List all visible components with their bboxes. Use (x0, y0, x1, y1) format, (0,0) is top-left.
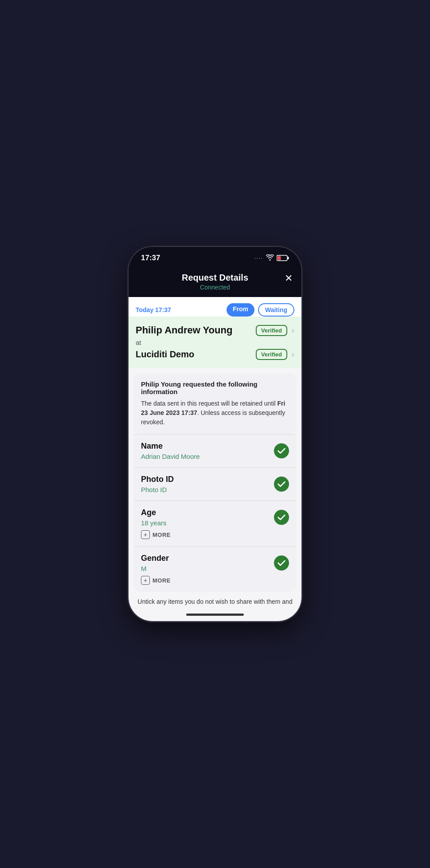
age-more-row[interactable]: + MORE (141, 530, 270, 539)
status-icons: ···· (254, 254, 289, 262)
content-area[interactable]: Today 17:37 From Waiting Philip Andrew Y… (129, 297, 301, 608)
data-item-age: Age 18 years + MORE (134, 500, 296, 546)
person-name: Philip Andrew Young (136, 325, 232, 336)
gender-value: M (141, 565, 270, 572)
org-name-row[interactable]: Luciditi Demo Verified › (136, 347, 294, 362)
org-chevron-icon: › (292, 350, 294, 359)
data-item-name: Name Adrian David Moore (134, 434, 296, 467)
data-items-container: Name Adrian David Moore Photo ID Photo I… (129, 434, 301, 592)
date-label: Today 17:37 (136, 306, 171, 313)
person-card: Philip Andrew Young Verified › at Lucidi… (129, 317, 301, 368)
connected-status: Connected (137, 284, 293, 291)
photo-label: Photo ID (141, 475, 270, 484)
photo-value: Photo ID (141, 486, 270, 493)
home-indicator (129, 608, 301, 621)
photo-check-icon[interactable] (274, 477, 289, 492)
org-name: Luciditi Demo (136, 349, 194, 360)
age-more-icon[interactable]: + (141, 530, 150, 539)
wifi-icon (266, 254, 274, 262)
signal-icon: ···· (254, 255, 263, 261)
name-label: Name (141, 442, 270, 451)
gender-more-row[interactable]: + MORE (141, 576, 270, 585)
gender-more-label: MORE (152, 577, 171, 584)
battery-icon (277, 255, 289, 261)
phone-frame: 17:37 ···· Request Details (129, 247, 301, 621)
info-card-body: The data sent in this request will be re… (141, 399, 289, 427)
gender-label: Gender (141, 554, 270, 563)
person-at-label: at (136, 338, 294, 347)
age-value: 18 years (141, 519, 270, 527)
gender-more-icon[interactable]: + (141, 576, 150, 585)
person-name-row[interactable]: Philip Andrew Young Verified › (136, 323, 294, 338)
data-item-photo-left: Photo ID Photo ID (141, 475, 270, 493)
untick-text: Untick any items you do not wish to shar… (136, 597, 294, 608)
person-verified-badge: Verified (256, 325, 287, 336)
age-label: Age (141, 508, 270, 517)
data-item-photo: Photo ID Photo ID (134, 467, 296, 500)
age-more-label: MORE (152, 532, 171, 538)
person-chevron-icon: › (292, 326, 294, 335)
data-item-name-left: Name Adrian David Moore (141, 442, 270, 460)
top-row: Today 17:37 From Waiting (129, 297, 301, 317)
svg-rect-1 (288, 257, 289, 259)
badge-group: From Waiting (227, 303, 294, 317)
close-button[interactable]: ✕ (285, 273, 293, 284)
app-header: Request Details ✕ Connected (129, 269, 301, 297)
svg-rect-2 (278, 256, 281, 260)
person-verified-row: Verified › (256, 325, 294, 336)
app-title: Request Details (182, 273, 248, 282)
gender-check-icon[interactable] (274, 555, 289, 571)
status-time: 17:37 (141, 254, 160, 262)
info-card-title: Philip Young requested the following inf… (141, 380, 289, 395)
waiting-badge: Waiting (258, 303, 294, 317)
from-badge: From (227, 303, 254, 317)
info-card: Philip Young requested the following inf… (134, 373, 296, 434)
age-check-icon[interactable] (274, 510, 289, 525)
name-check-icon[interactable] (274, 443, 289, 458)
info-body-pre: The data sent in this request will be re… (141, 400, 277, 407)
data-item-age-left: Age 18 years + MORE (141, 508, 270, 539)
notch (186, 247, 244, 261)
data-item-gender-left: Gender M + MORE (141, 554, 270, 585)
org-verified-badge: Verified (256, 349, 287, 360)
name-value: Adrian David Moore (141, 453, 270, 460)
data-item-gender: Gender M + MORE (134, 546, 296, 592)
org-verified-row: Verified › (256, 349, 294, 360)
home-bar (186, 614, 244, 616)
footer-area: Untick any items you do not wish to shar… (129, 592, 301, 608)
